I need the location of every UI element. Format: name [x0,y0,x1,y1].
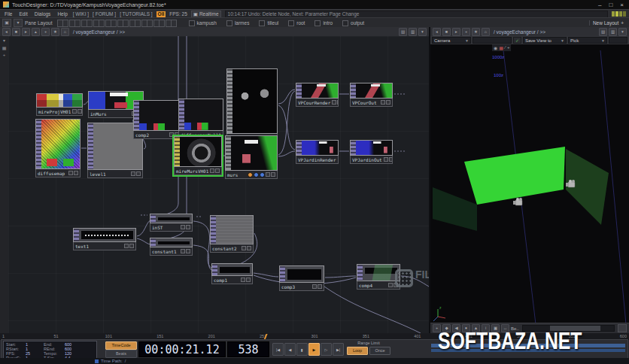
pane-drop-icon[interactable]: ▾ [14,19,23,27]
node-flag-button[interactable] [74,171,78,175]
viewport-grid-icon[interactable]: ▣ [491,324,500,332]
viewport-path[interactable]: / voyageEchangeur / >> [494,29,545,35]
menu-file[interactable]: File [3,11,14,17]
node-comp1[interactable]: comp1 [211,263,253,284]
node-flag-button[interactable] [394,283,398,287]
node-flag-rail[interactable] [175,137,180,166]
current-node-icon[interactable]: ■ [12,28,20,36]
node-VPCourOut[interactable]: VPCourOut [350,83,393,107]
menu-link[interactable]: [ TUTORIALS ] [120,11,152,17]
node-title-buttons[interactable] [383,157,393,162]
node-viewer-dot[interactable] [248,172,253,177]
node-flag-rail[interactable] [74,229,79,241]
tab-checkbox[interactable] [314,20,321,26]
node-flag-rail[interactable] [150,214,156,223]
forward-icon[interactable]: ▸ [452,28,460,36]
bookmark-icon[interactable]: ★ [472,28,480,36]
wireframe-icon[interactable]: ∕ [505,45,506,50]
add-icon[interactable]: + [433,324,441,332]
split-vertical-icon[interactable]: ▥ [409,28,417,36]
node-flag-rail[interactable] [296,83,302,98]
timecode-mode-button[interactable]: TimeCode [105,341,137,350]
menu-edit[interactable]: Edit [17,11,29,17]
back-icon[interactable]: ◀ [452,324,460,332]
loop-button[interactable]: Loop [347,347,368,355]
node-flag-button[interactable] [186,225,190,229]
node-title-buttons[interactable] [241,246,251,250]
menu-dialogs[interactable]: Dialogs [33,11,53,17]
node-title-buttons[interactable] [380,100,390,105]
pause-button[interactable]: ▮ [296,343,308,356]
node-title-buttons[interactable] [71,109,82,114]
node-flag-button[interactable] [332,100,336,105]
node-flag-button[interactable] [72,109,77,114]
pane-menu-icon[interactable]: ▾ [618,28,627,36]
layout-tab-output[interactable]: output [342,20,364,26]
jump-start-button[interactable]: |◀ [272,343,284,356]
node-title-buttons[interactable] [247,172,275,177]
parent-icon[interactable]: ▴ [32,28,40,36]
menu-help[interactable]: Help [56,11,68,17]
node-flag-button[interactable] [223,132,223,137]
new-layout-button[interactable]: New Layout + [589,20,627,26]
node-flag-button[interactable] [386,100,390,105]
play-button[interactable]: ▶ [308,343,320,356]
pane-split-icon[interactable]: ▣ [2,19,11,27]
node-flag-rail[interactable] [357,265,363,281]
minimize-button[interactable]: – [598,2,601,8]
node-title-buttons[interactable] [123,244,134,248]
fit-view-icon[interactable]: ↔ [501,324,509,332]
node-flag-rail[interactable] [226,136,231,170]
node-flag-button[interactable] [337,100,339,105]
node-mireProjVH01[interactable]: mireProjVH01 [36,93,83,116]
node-murs[interactable]: murs [225,135,278,179]
tab-checkbox[interactable] [226,20,232,26]
back-icon[interactable]: ◂ [433,28,441,36]
node-flag-button[interactable] [318,284,322,289]
walk-icon[interactable]: ▲ [472,324,480,332]
node-title-buttons[interactable] [68,171,78,175]
node-title-buttons[interactable] [331,100,339,105]
oii-badge[interactable]: OII [156,11,166,17]
node-VPCourRender[interactable]: VPCourRender [296,83,339,107]
network-canvas[interactable]: FILECR .com mireProjVH01inMursdiffusemap… [8,36,429,333]
step-forward-button[interactable]: ▷ [321,343,332,356]
pick-target-field[interactable] [609,37,627,44]
node-flag-rail[interactable] [296,141,302,155]
camera-icon[interactable]: ● [462,324,470,332]
network-path[interactable]: / voyageEchangeur / >> [73,29,125,35]
info-icon[interactable]: i [482,324,490,332]
node-flag-rail[interactable] [211,216,216,244]
play-reverse-button[interactable]: ◀ [284,343,296,356]
node-flag-button[interactable] [266,172,270,177]
node-viewer-dot[interactable] [254,172,259,177]
node-flag-button[interactable] [181,249,185,253]
pane-menu-icon[interactable]: ▾ [418,28,427,36]
layout-tab-larmes[interactable]: larmes [226,20,250,26]
node-flag-button[interactable] [384,157,388,162]
node-diffusemapNull1[interactable]: diffusemapNull1 [178,99,223,139]
node-constant2[interactable]: constant2 [210,215,254,253]
bookmark-icon[interactable]: ★ [51,28,59,36]
add-view-icon[interactable]: + [507,45,510,50]
display-options-icon[interactable]: ▦ [499,45,503,50]
menu-link[interactable]: [ WIKI ] [73,11,89,17]
node-flag-rail[interactable] [134,101,139,130]
node-flag-button[interactable] [312,284,317,289]
node-geo1[interactable]: geo1 [226,68,278,142]
node-diffusemap[interactable]: diffusemap [35,119,81,177]
node-flag-rail[interactable] [212,264,217,275]
split-horizontal-icon[interactable]: ▤ [599,28,607,36]
camera-mode-icon[interactable]: ◉ [494,45,497,50]
layout-preset-buttons[interactable] [57,20,177,27]
split-horizontal-icon[interactable]: ▤ [399,28,407,36]
select-icon[interactable]: ◆ [442,324,451,332]
split-vertical-icon[interactable]: ▥ [609,28,617,36]
node-flag-button[interactable] [215,168,220,173]
node-title-buttons[interactable] [130,171,141,176]
node-inST[interactable]: inST [150,214,193,232]
realtime-toggle[interactable]: ▣ Realtime [191,11,221,18]
tab-checkbox[interactable] [288,20,294,26]
tab-checkbox[interactable] [259,20,265,26]
node-flag-button[interactable] [389,157,393,162]
